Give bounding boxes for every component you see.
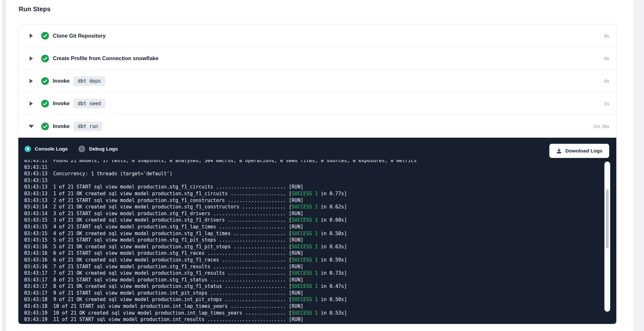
left-scrollbar-strip (2, 0, 6, 331)
success-check-icon (41, 77, 49, 85)
log-line: 03:43:16 6 of 21 START sql view model pr… (24, 250, 601, 257)
log-line: 03:43:19 11 of 21 START sql view model p… (24, 316, 601, 323)
chevron-right-icon[interactable] (28, 101, 34, 106)
step-label: Clone Git Repository (53, 33, 106, 39)
log-line: 03:43:16 7 of 21 START sql view model pr… (24, 263, 601, 270)
tab-debug-logs[interactable]: Debug Logs (79, 146, 118, 152)
step-duration: 0s (604, 78, 609, 84)
log-line: 03:43:13 1 of 21 START sql view model pr… (24, 184, 601, 190)
log-line: 03:43:13 Concurrency: 1 threads (target=… (24, 170, 601, 177)
log-line: 03:43:17 8 of 21 OK created sql view mod… (24, 283, 601, 290)
run-steps-card: Clone Git Repository0sCreate Profile fro… (18, 24, 617, 324)
step-label: Invoke (53, 78, 70, 84)
step-row[interactable]: Invokedbt deps0s (18, 69, 616, 92)
log-line: 03:43:14 2 of 21 OK created sql view mod… (24, 204, 601, 210)
log-scrollbar-thumb[interactable] (606, 189, 609, 248)
download-logs-button[interactable]: Download Logs (549, 144, 609, 158)
chevron-right-icon[interactable] (28, 33, 34, 38)
log-line: 03:43:11 Found 21 models, 17 tests, 0 sn… (24, 160, 601, 164)
step-duration: 2m 26s (593, 124, 609, 129)
log-line: 03:43:13 1 of 21 OK created sql view mod… (24, 190, 601, 197)
tab-debug-logs-label: Debug Logs (89, 146, 118, 152)
console-log[interactable]: 03:43:11 Found 21 models, 17 tests, 0 sn… (24, 160, 601, 323)
run-steps-page: Run Steps Clone Git Repository0sCreate P… (0, 0, 644, 331)
step-duration: 0s (604, 33, 609, 39)
log-line: 03:43:18 9 of 21 OK created sql view mod… (24, 296, 601, 303)
log-line: 03:43:18 10 of 21 START sql view model p… (24, 303, 601, 310)
download-icon (556, 148, 562, 154)
radio-unselected-icon (79, 146, 85, 152)
success-check-icon (41, 100, 49, 107)
log-line: 03:43:16 5 of 21 OK created sql view mod… (24, 244, 601, 250)
log-line: 03:43:15 3 of 21 OK created sql view mod… (24, 217, 601, 224)
log-content: 03:43:11 Found 21 models, 17 tests, 0 sn… (24, 160, 601, 323)
success-check-icon (41, 123, 49, 130)
radio-selected-icon (24, 146, 31, 152)
step-row[interactable]: Invokedbt run2m 26s (18, 115, 616, 138)
chevron-down-icon[interactable] (28, 125, 34, 128)
step-label: Invoke (53, 123, 70, 129)
step-command-badge: dbt deps (73, 76, 105, 86)
page-title: Run Steps (19, 5, 51, 13)
log-line: 03:43:17 8 of 21 START sql view model pr… (24, 277, 601, 283)
right-page-gutter (633, 0, 644, 331)
log-line: 03:43:15 5 of 21 START sql view model pr… (24, 237, 601, 244)
log-scrollbar[interactable] (604, 161, 610, 312)
log-tabs: Console Logs Debug Logs (24, 138, 118, 160)
step-row[interactable]: Invokedbt seed1s (18, 92, 616, 115)
log-line: 03:43:14 3 of 21 START sql view model pr… (24, 210, 601, 217)
log-line: 03:43:19 10 of 21 OK created sql view mo… (24, 310, 601, 317)
log-line: 03:43:17 9 of 21 START sql view model pr… (24, 290, 601, 297)
log-line: 03:43:16 6 of 21 OK created sql view mod… (24, 257, 601, 263)
log-line: 03:43:15 4 of 21 START sql view model pr… (24, 224, 601, 230)
log-line: 03:43:11 (24, 164, 601, 171)
log-line: 03:43:13 2 of 21 START sql view model pr… (24, 197, 601, 204)
step-row[interactable]: Clone Git Repository0s (18, 24, 616, 47)
tab-console-logs[interactable]: Console Logs (24, 146, 68, 152)
log-line: 03:43:15 4 of 21 OK created sql view mod… (24, 230, 601, 237)
step-label: Invoke (53, 100, 70, 106)
chevron-right-icon[interactable] (28, 79, 34, 83)
step-command-badge: dbt seed (73, 99, 105, 108)
tab-console-logs-label: Console Logs (35, 146, 68, 152)
step-label: Create Profile from Connection snowflake (53, 55, 158, 61)
success-check-icon (41, 32, 49, 40)
step-command-badge: dbt run (73, 122, 102, 131)
step-duration: 1s (604, 101, 609, 106)
step-row[interactable]: Create Profile from Connection snowflake… (18, 47, 616, 69)
log-line: 03:43:13 (24, 177, 601, 184)
console-panel: Console Logs Debug Logs Download Logs 03… (18, 138, 616, 324)
step-duration: 0s (604, 56, 609, 61)
log-line: 03:43:17 7 of 21 OK created sql view mod… (24, 270, 601, 277)
success-check-icon (41, 55, 49, 62)
chevron-right-icon[interactable] (28, 56, 34, 61)
download-logs-label: Download Logs (565, 148, 602, 154)
